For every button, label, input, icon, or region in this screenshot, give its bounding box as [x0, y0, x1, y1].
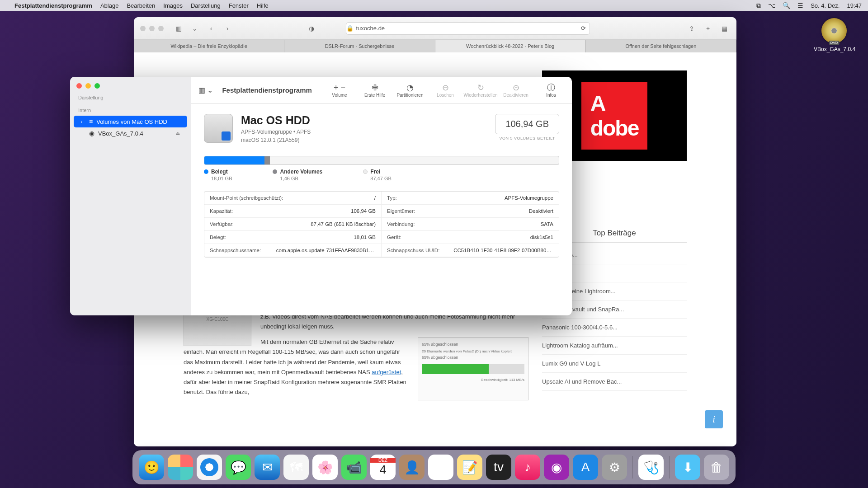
usage-legend: Belegt18,01 GB Andere Volumes1,46 GB Fre… — [204, 169, 559, 181]
aside-item[interactable]: Upscale AI und Remove Bac... — [542, 373, 687, 391]
tab-dslr-forum[interactable]: DSLR-Forum - Suchergebnisse — [284, 40, 435, 52]
view-options-icon[interactable]: ▥ ⌄ — [198, 86, 213, 94]
address-text: tuxoche.de — [356, 25, 385, 32]
safari-traffic-lights[interactable] — [140, 26, 164, 31]
menu-ablage[interactable]: Ablage — [100, 2, 118, 9]
menu-fenster[interactable]: Fenster — [229, 2, 249, 9]
volume-header: Mac OS HDD APFS-Volumegruppe • APFS macO… — [204, 114, 559, 143]
forward-icon[interactable]: › — [222, 23, 233, 33]
dock-facetime[interactable]: 📹 — [341, 455, 367, 480]
aside-item[interactable]: Lumix G9 und V-Log L — [542, 355, 687, 373]
sidebar-item-label: VBox_GAs_7.0.4 — [98, 130, 143, 137]
shield-icon[interactable]: ◑ — [306, 23, 317, 33]
menu-darstellung[interactable]: Darstellung — [191, 2, 221, 9]
share-icon[interactable]: ⇪ — [686, 23, 698, 33]
dock-safari[interactable] — [197, 455, 222, 480]
dock-messages[interactable]: 💬 — [226, 455, 251, 480]
control-center-icon[interactable]: ☰ — [797, 2, 803, 9]
link-aufgeruestet[interactable]: aufgerüstet — [372, 369, 401, 375]
desktop-dvd-label: VBox_GAs_7.0.4 — [814, 46, 854, 52]
menubar-time[interactable]: 19:47 — [847, 2, 862, 9]
sidebar-view-label: Darstellung — [70, 92, 191, 103]
du-traffic-lights[interactable] — [70, 77, 186, 92]
tab-error[interactable]: Öffnen der Seite fehlgeschlagen — [586, 40, 736, 52]
sidebar-item-mac-os-hdd[interactable]: › ≡ Volumes von Mac OS HDD — [74, 116, 187, 127]
aside-item[interactable]: Lightroom Katalog aufräum... — [542, 337, 687, 355]
sidebar-section-intern: Intern — [70, 105, 191, 116]
close-icon[interactable] — [76, 83, 82, 89]
dock-appstore[interactable]: A — [573, 455, 598, 480]
eject-icon[interactable]: ⏏ — [175, 131, 180, 136]
menu-hilfe[interactable]: Hilfe — [257, 2, 269, 9]
dock-reminders[interactable]: ☑ — [428, 455, 453, 480]
disk-icon — [204, 114, 233, 143]
sidebar-item-label: Volumes von Mac OS HDD — [96, 118, 167, 125]
action-loeschen: ⊖Löschen — [432, 83, 459, 98]
usage-bar — [204, 156, 559, 165]
input-source-icon[interactable]: ⌥ — [768, 2, 775, 9]
first-aid-icon: ✙ — [372, 83, 378, 93]
reload-icon[interactable]: ⟳ — [581, 25, 586, 32]
dock-maps[interactable]: 🗺 — [283, 455, 309, 480]
dock-mail[interactable]: ✉ — [255, 455, 280, 480]
dock-launchpad[interactable] — [168, 455, 193, 480]
dock-photos[interactable]: 🌸 — [312, 455, 338, 480]
dock-contacts[interactable]: 👤 — [399, 455, 425, 480]
disk-utility-window: Darstellung Intern › ≡ Volumes von Mac O… — [70, 77, 572, 315]
unmount-icon: ⊝ — [513, 83, 519, 93]
dock-trash[interactable]: 🗑 — [704, 455, 729, 480]
menu-images[interactable]: Images — [163, 2, 183, 9]
info-icon: ⓘ — [547, 83, 555, 93]
dock-calendar[interactable]: DEZ4 — [370, 455, 396, 480]
action-wiederherstellen: ↻Wiederherstellen — [467, 83, 494, 98]
dock-music[interactable]: ♪ — [515, 455, 540, 480]
minimize-icon[interactable] — [85, 83, 91, 89]
dock-finder[interactable]: 🙂 — [139, 455, 164, 480]
tab-wochenrueckblick[interactable]: Wochenrückblick 48-2022 - Peter's Blog — [435, 40, 586, 52]
sidebar-item-vbox[interactable]: ◉ VBox_GAs_7.0.4 ⏏ — [74, 127, 187, 139]
lock-icon: 🔒 — [346, 25, 354, 32]
desktop-dvd-icon[interactable]: DVD VBox_GAs_7.0.4 — [814, 18, 854, 52]
safari-toolbar: ▥ ⌄ ‹ › ◑ 🔒 tuxoche.de ⟳ ⇪ + ▦ — [134, 17, 736, 40]
dock-podcasts[interactable]: ◉ — [544, 455, 569, 480]
new-tab-icon[interactable]: + — [702, 23, 714, 33]
tab-wikipedia[interactable]: Wikipedia – Die freie Enzyklopädie — [134, 40, 284, 52]
screen-mirror-icon[interactable]: ⧉ — [756, 2, 761, 9]
aside-item[interactable]: Panasonic 100-300/4.0-5.6... — [542, 319, 687, 337]
dock-downloads[interactable]: ⬇ — [675, 455, 700, 480]
erase-icon: ⊖ — [442, 83, 449, 93]
back-icon[interactable]: ‹ — [205, 23, 217, 33]
volume-name: Mac OS HDD — [241, 114, 311, 127]
sidebar-toggle-icon[interactable]: ▥ — [173, 23, 184, 33]
dock-tv[interactable]: tv — [486, 455, 511, 480]
disc-icon: ◉ — [89, 130, 94, 137]
dock-separator — [632, 456, 633, 479]
adobe-logo-text: A — [590, 91, 605, 115]
menubar-date[interactable]: So. 4. Dez. — [811, 2, 840, 9]
address-bar[interactable]: 🔒 tuxoche.de ⟳ — [346, 22, 590, 35]
partition-icon: ◔ — [406, 83, 414, 93]
usage-segment-belegt — [204, 156, 264, 164]
volume-info-table: Mount-Point (schreibgeschützt):/ Typ:APF… — [204, 191, 559, 258]
tabs-overview-icon[interactable]: ▦ — [718, 23, 730, 33]
action-infos[interactable]: ⓘInfos — [538, 83, 565, 98]
volume-stack-icon: ≡ — [89, 118, 93, 125]
du-main: ▥ ⌄ Festplattendienstprogramm + −Volume … — [191, 77, 572, 315]
dock-notes[interactable]: 📝 — [457, 455, 482, 480]
safari-tab-bar: Wikipedia – Die freie Enzyklopädie DSLR-… — [134, 40, 736, 52]
action-partitionieren[interactable]: ◔Partitionieren — [396, 83, 424, 98]
menu-bearbeiten[interactable]: Bearbeiten — [127, 2, 155, 9]
dropdown-chevron-icon[interactable]: ⌄ — [189, 23, 201, 33]
spotlight-icon[interactable]: 🔍 — [783, 2, 790, 9]
dock-settings[interactable]: ⚙ — [602, 455, 627, 480]
menubar-app-name[interactable]: Festplattendienstprogramm — [14, 2, 92, 9]
du-sidebar: Darstellung Intern › ≡ Volumes von Mac O… — [70, 77, 191, 315]
action-erste-hilfe[interactable]: ✙Erste Hilfe — [361, 83, 388, 98]
plus-minus-icon: + − — [334, 83, 345, 93]
menubar: Festplattendienstprogramm Ablage Bearbei… — [0, 0, 868, 11]
action-volume[interactable]: + −Volume — [326, 83, 353, 98]
zoom-icon[interactable] — [94, 83, 100, 89]
dock-disk-utility[interactable]: 🩺 — [638, 455, 664, 480]
chevron-right-icon[interactable]: › — [81, 119, 85, 124]
info-fab-button[interactable]: i — [705, 410, 723, 428]
